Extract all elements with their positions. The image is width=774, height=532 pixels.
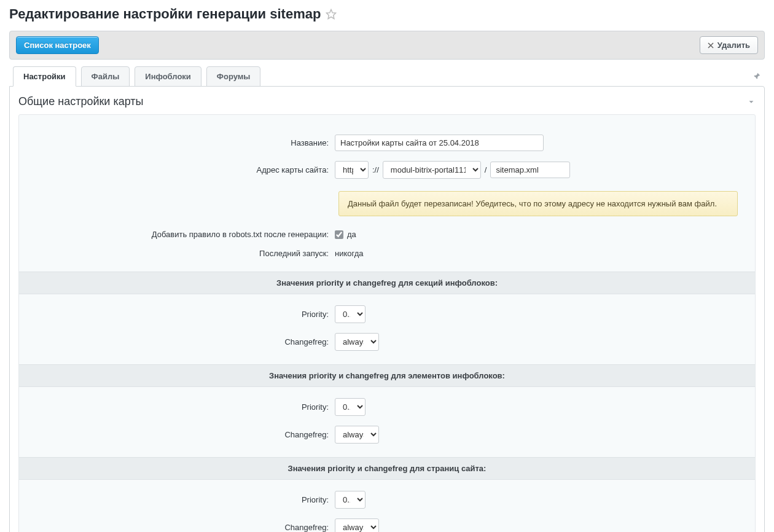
priority-select-sections[interactable]: 0.1 bbox=[335, 305, 366, 323]
list-settings-button[interactable]: Список настроек bbox=[16, 36, 99, 54]
filename-input[interactable] bbox=[490, 162, 570, 178]
svg-marker-0 bbox=[327, 10, 336, 19]
tab-settings[interactable]: Настройки bbox=[13, 66, 76, 87]
last-run-label: Последний запуск: bbox=[34, 249, 329, 258]
priority-label-3: Priority: bbox=[34, 495, 329, 504]
changefreg-label-1: Changefreg: bbox=[34, 337, 329, 346]
section-title: Общие настройки карты bbox=[18, 95, 143, 108]
changefreg-select-elements[interactable]: always bbox=[335, 426, 379, 444]
name-input[interactable] bbox=[335, 135, 544, 151]
delete-button[interactable]: Удалить bbox=[700, 36, 758, 54]
close-icon bbox=[708, 42, 714, 49]
address-label: Адрес карты сайта: bbox=[34, 165, 329, 174]
tabs: Настройки Файлы Инфоблоки Форумы bbox=[9, 66, 765, 86]
robots-label: Добавить правило в robots.txt после гене… bbox=[34, 230, 329, 239]
domain-select[interactable]: modul-bitrix-portal111.ru bbox=[383, 161, 481, 179]
last-run-value: никогда bbox=[335, 249, 363, 258]
tab-iblocks[interactable]: Инфоблоки bbox=[135, 66, 201, 87]
changefreg-select-pages[interactable]: always bbox=[335, 518, 379, 532]
overwrite-warning: Данный файл будет перезаписан! Убедитесь… bbox=[338, 191, 738, 216]
delete-button-label: Удалить bbox=[717, 41, 750, 50]
protocol-separator: :// bbox=[372, 165, 379, 174]
form-area: Название: Адрес карты сайта: http :// mo… bbox=[18, 114, 756, 532]
priority-select-pages[interactable]: 0.1 bbox=[335, 491, 366, 509]
toolbar: Список настроек Удалить bbox=[9, 31, 765, 60]
robots-checkbox[interactable] bbox=[335, 230, 343, 239]
subheader-site-pages: Значения priority и changefreg для стран… bbox=[19, 457, 755, 480]
settings-panel: Общие настройки карты Название: Адрес ка… bbox=[9, 86, 765, 532]
changefreg-label-3: Changefreg: bbox=[34, 523, 329, 532]
priority-label-1: Priority: bbox=[34, 310, 329, 319]
name-label: Название: bbox=[34, 138, 329, 147]
changefreg-label-2: Changefreg: bbox=[34, 430, 329, 439]
protocol-select[interactable]: http bbox=[335, 161, 369, 179]
priority-label-2: Priority: bbox=[34, 402, 329, 412]
chevron-down-icon[interactable] bbox=[747, 98, 756, 106]
tab-files[interactable]: Файлы bbox=[81, 66, 130, 87]
star-icon[interactable] bbox=[326, 9, 337, 20]
priority-select-elements[interactable]: 0.1 bbox=[335, 398, 366, 416]
page-title: Редактирование настройки генерации sitem… bbox=[9, 6, 321, 22]
robots-suffix: да bbox=[347, 230, 356, 239]
changefreg-select-sections[interactable]: always bbox=[335, 333, 379, 351]
slash-separator: / bbox=[485, 165, 487, 174]
tab-forums[interactable]: Форумы bbox=[206, 66, 261, 87]
subheader-iblock-sections: Значения priority и changefreg для секци… bbox=[19, 272, 755, 294]
subheader-iblock-elements: Значения priority и changefreg для элеме… bbox=[19, 364, 755, 387]
pin-icon[interactable] bbox=[752, 72, 761, 82]
